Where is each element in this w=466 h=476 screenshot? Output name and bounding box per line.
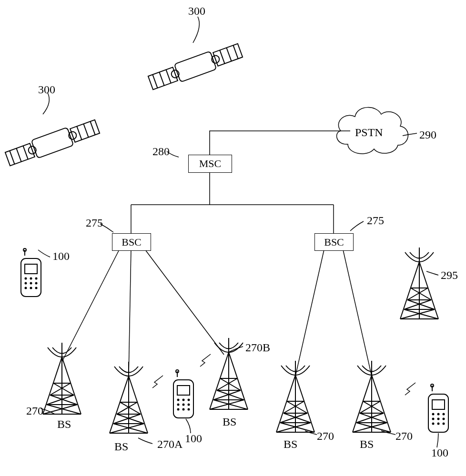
ref-270: 270 bbox=[395, 430, 413, 443]
svg-point-44 bbox=[188, 404, 190, 406]
svg-line-20 bbox=[83, 124, 88, 137]
bs-label: BS bbox=[284, 438, 297, 451]
svg-line-108 bbox=[217, 390, 244, 400]
svg-line-69 bbox=[407, 300, 435, 309]
svg-line-72 bbox=[404, 309, 438, 319]
svg-line-21 bbox=[90, 121, 95, 135]
svg-line-128 bbox=[372, 375, 391, 432]
svg-point-30 bbox=[30, 282, 32, 285]
satellite-icon bbox=[143, 29, 248, 105]
bsc-label: BSC bbox=[324, 236, 344, 248]
svg-line-125 bbox=[276, 423, 311, 432]
svg-rect-36 bbox=[177, 386, 190, 395]
ref-280: 280 bbox=[152, 145, 170, 158]
svg-line-122 bbox=[280, 413, 307, 423]
svg-line-76 bbox=[62, 357, 81, 414]
phone-icon bbox=[422, 386, 455, 438]
svg-line-86 bbox=[43, 405, 77, 414]
bs-label: BS bbox=[57, 418, 71, 431]
svg-line-9 bbox=[226, 48, 231, 61]
svg-point-29 bbox=[25, 282, 27, 285]
svg-point-42 bbox=[177, 404, 180, 406]
svg-line-10 bbox=[233, 45, 238, 59]
ref-300: 300 bbox=[188, 5, 205, 18]
msc-label: MSC bbox=[199, 158, 221, 170]
svg-line-127 bbox=[353, 375, 372, 432]
svg-line-102 bbox=[229, 352, 248, 409]
svg-point-32 bbox=[25, 287, 27, 289]
svg-line-135 bbox=[356, 413, 384, 423]
ref-100: 100 bbox=[185, 432, 202, 445]
svg-line-83 bbox=[47, 395, 74, 405]
svg-point-28 bbox=[35, 278, 38, 280]
svg-point-33 bbox=[30, 287, 32, 289]
ref-270: 270 bbox=[317, 430, 334, 443]
ref-270B: 270B bbox=[245, 341, 270, 354]
svg-line-73 bbox=[400, 309, 435, 319]
ref-100: 100 bbox=[52, 250, 70, 263]
svg-rect-23 bbox=[25, 264, 37, 274]
bs-tower-icon bbox=[267, 361, 324, 442]
svg-line-95 bbox=[117, 414, 144, 424]
svg-line-115 bbox=[295, 375, 314, 432]
svg-line-109 bbox=[213, 390, 241, 400]
svg-line-88 bbox=[110, 376, 129, 433]
svg-line-7 bbox=[166, 69, 171, 83]
svg-point-47 bbox=[188, 408, 190, 411]
svg-line-111 bbox=[213, 400, 248, 409]
svg-line-85 bbox=[47, 405, 81, 414]
svg-point-45 bbox=[177, 408, 180, 411]
svg-point-43 bbox=[182, 404, 185, 406]
svg-line-63 bbox=[419, 262, 438, 319]
svg-point-40 bbox=[182, 399, 185, 401]
phone-icon bbox=[14, 250, 48, 302]
bs-label: BS bbox=[114, 440, 128, 453]
antenna-icon bbox=[391, 248, 448, 328]
svg-line-18 bbox=[23, 146, 28, 159]
svg-line-134 bbox=[360, 413, 387, 423]
svg-line-75 bbox=[43, 357, 62, 414]
svg-point-39 bbox=[177, 399, 180, 401]
ref-100: 100 bbox=[431, 446, 448, 459]
svg-point-57 bbox=[443, 418, 445, 420]
svg-rect-0 bbox=[174, 51, 217, 82]
svg-line-62 bbox=[400, 262, 419, 319]
svg-point-34 bbox=[35, 287, 38, 289]
svg-line-138 bbox=[353, 423, 387, 432]
bsc-label: BSC bbox=[122, 236, 142, 248]
svg-point-58 bbox=[432, 423, 435, 425]
bs-tower-icon bbox=[343, 361, 400, 442]
svg-line-96 bbox=[113, 414, 141, 424]
svg-line-101 bbox=[210, 352, 229, 409]
svg-line-112 bbox=[210, 400, 244, 409]
svg-line-6 bbox=[159, 72, 164, 86]
svg-point-59 bbox=[437, 423, 440, 425]
ref-275: 275 bbox=[86, 217, 103, 229]
svg-line-114 bbox=[276, 375, 295, 432]
ref-270A: 270A bbox=[157, 438, 182, 451]
svg-point-55 bbox=[432, 418, 435, 420]
bs-tower-icon bbox=[100, 362, 157, 443]
svg-point-46 bbox=[182, 408, 185, 411]
svg-point-31 bbox=[35, 282, 38, 285]
svg-line-89 bbox=[129, 376, 148, 433]
svg-line-8 bbox=[220, 50, 224, 63]
pstn-label: PSTN bbox=[355, 126, 383, 139]
svg-line-124 bbox=[280, 423, 314, 432]
satellite-icon bbox=[0, 105, 105, 181]
svg-rect-49 bbox=[432, 400, 445, 409]
svg-point-52 bbox=[432, 413, 435, 416]
svg-line-99 bbox=[110, 424, 144, 433]
ref-290: 290 bbox=[419, 129, 436, 141]
ref-275: 275 bbox=[367, 214, 384, 227]
ref-300: 300 bbox=[38, 83, 55, 96]
svg-point-56 bbox=[437, 418, 440, 420]
svg-line-121 bbox=[284, 413, 311, 423]
bsc-node-right: BSC bbox=[314, 233, 354, 251]
ref-270: 270 bbox=[26, 405, 43, 417]
svg-line-16 bbox=[10, 151, 14, 164]
svg-point-60 bbox=[443, 423, 445, 425]
diagram-stage: MSC BSC BSC PSTN 300 300 290 280 275 275… bbox=[0, 0, 466, 476]
svg-point-41 bbox=[188, 399, 190, 401]
bs-label: BS bbox=[360, 438, 374, 451]
